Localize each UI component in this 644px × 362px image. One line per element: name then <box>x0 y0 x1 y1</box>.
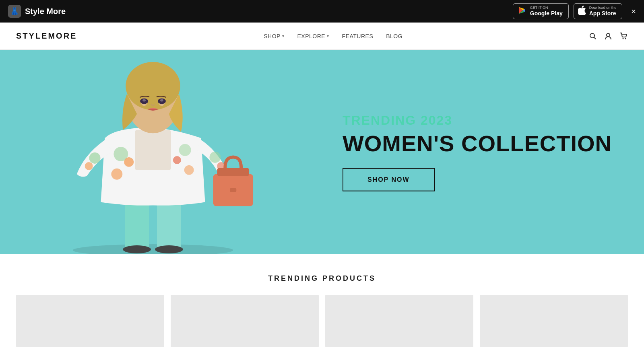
trending-products-title: TRENDING PRODUCTS <box>16 274 628 283</box>
product-card-4[interactable] <box>480 295 628 347</box>
search-button[interactable] <box>589 33 597 40</box>
google-play-text: GET IT ON Google Play <box>530 6 563 17</box>
app-buttons: GET IT ON Google Play Download on the Ap… <box>513 3 636 19</box>
hero-image <box>32 50 274 254</box>
svg-point-1 <box>590 33 594 38</box>
hero-title: WOMEN'S COLLECTION <box>343 131 612 156</box>
cart-button[interactable] <box>620 33 628 40</box>
apple-icon <box>578 6 586 17</box>
product-card-3[interactable] <box>325 295 473 347</box>
product-card-1[interactable] <box>16 295 164 347</box>
brand-name: Style More <box>25 7 66 16</box>
nav-links: SHOP ▾ EXPLORE ▾ FEATURES BLOG <box>264 33 402 40</box>
svg-point-14 <box>179 144 191 156</box>
app-store-label: App Store <box>589 10 617 17</box>
svg-point-13 <box>124 157 134 167</box>
nav-link-features[interactable]: FEATURES <box>342 33 374 39</box>
nav-link-blog[interactable]: BLOG <box>386 33 402 39</box>
hero-subtitle: TRENDING 2023 <box>343 113 612 128</box>
search-icon <box>589 33 597 40</box>
trending-section: TRENDING PRODUCTS <box>0 254 644 355</box>
app-store-text: Download on the App Store <box>589 6 617 17</box>
nav-link-explore[interactable]: EXPLORE ▾ <box>297 33 329 39</box>
products-grid <box>16 295 628 347</box>
google-play-pre-text: GET IT ON <box>530 6 563 10</box>
svg-rect-18 <box>135 130 171 170</box>
brand-icon-glyph: 👗 <box>10 7 19 16</box>
svg-point-19 <box>89 152 101 164</box>
user-icon <box>605 33 612 40</box>
app-store-pre-text: Download on the <box>589 6 617 10</box>
svg-point-20 <box>85 162 93 170</box>
navbar: STYLEMORE SHOP ▾ EXPLORE ▾ FEATURES BLOG <box>0 23 644 50</box>
svg-point-4 <box>622 38 623 39</box>
nav-actions <box>589 33 628 40</box>
product-card-2[interactable] <box>171 295 319 347</box>
nav-logo[interactable]: STYLEMORE <box>16 31 77 41</box>
nav-item-shop[interactable]: SHOP ▾ <box>264 33 284 39</box>
hero-section: TRENDING 2023 WOMEN'S COLLECTION SHOP NO… <box>0 50 644 254</box>
svg-point-11 <box>155 245 183 253</box>
svg-point-17 <box>184 165 194 175</box>
nav-item-explore[interactable]: EXPLORE ▾ <box>297 33 329 39</box>
nav-explore-label: EXPLORE <box>297 33 325 39</box>
hero-content: TRENDING 2023 WOMEN'S COLLECTION SHOP NO… <box>343 113 612 191</box>
nav-item-features[interactable]: FEATURES <box>342 33 374 40</box>
svg-point-5 <box>625 38 626 39</box>
svg-point-15 <box>173 156 181 164</box>
svg-point-21 <box>209 152 221 163</box>
svg-point-33 <box>142 99 146 102</box>
svg-rect-24 <box>217 168 249 176</box>
google-play-button[interactable]: GET IT ON Google Play <box>513 3 569 19</box>
svg-point-34 <box>160 99 163 102</box>
svg-point-10 <box>123 245 151 253</box>
app-store-button[interactable]: Download on the App Store <box>574 3 623 19</box>
shop-now-button[interactable]: SHOP NOW <box>343 168 435 191</box>
svg-rect-25 <box>230 188 236 192</box>
svg-point-16 <box>111 169 122 180</box>
brand-icon: 👗 <box>8 5 21 18</box>
svg-line-2 <box>594 37 596 39</box>
close-button[interactable]: × <box>631 7 636 16</box>
login-button[interactable] <box>605 33 612 40</box>
nav-link-shop[interactable]: SHOP ▾ <box>264 33 284 39</box>
shop-chevron-icon: ▾ <box>282 34 285 38</box>
cart-icon <box>620 33 628 40</box>
explore-chevron-icon: ▾ <box>327 34 329 38</box>
top-banner: 👗 Style More <box>0 0 644 23</box>
svg-point-3 <box>607 33 610 37</box>
nav-item-blog[interactable]: BLOG <box>386 33 402 40</box>
nav-shop-label: SHOP <box>264 33 281 39</box>
brand-logo-area: 👗 Style More <box>8 5 66 18</box>
google-play-label: Google Play <box>530 10 563 17</box>
google-play-icon <box>517 6 527 17</box>
